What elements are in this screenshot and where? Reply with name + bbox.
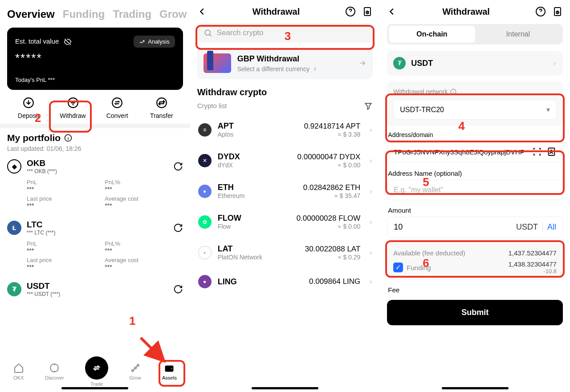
list-item[interactable]: ✿ FLOWFlow 0.00000028 FLOW≈ $ 0.00 ›	[194, 206, 377, 237]
refresh-icon[interactable]	[173, 162, 183, 171]
address-label: Address/domain	[388, 131, 562, 138]
withdraw-label: Withdraw	[60, 112, 86, 119]
back-icon[interactable]	[197, 7, 207, 16]
history-icon[interactable]	[362, 6, 373, 17]
usdt-icon: ₮	[7, 282, 21, 296]
address-input[interactable]: TPoGrJ5NVNFXny3Sqh8EJiQoyprapjDVHF	[387, 141, 563, 162]
funding-checkbox[interactable]: ✓	[393, 263, 403, 272]
gbp-withdrawal-banner[interactable]: GBP Withdrawal Select a different curren…	[197, 47, 373, 79]
addressbook-icon[interactable]	[546, 147, 556, 157]
portfolio-coin-ltc[interactable]: Ł LTC *** LTC (***) PnL*** PnL%*** Last …	[0, 214, 190, 275]
nav-grow[interactable]: Grow	[129, 363, 141, 380]
screen-withdraw-list: Withdrawal Search crypto GBP Withdrawal …	[190, 0, 380, 392]
avgcost-value: ***	[105, 263, 183, 271]
nav-assets-label: Assets	[162, 375, 177, 380]
tab-trading[interactable]: Trading	[113, 8, 151, 20]
coin-amount: 0.009864 LING	[309, 277, 360, 286]
seg-internal[interactable]: Internal	[475, 26, 561, 43]
amount-input[interactable]: 10 USDT All	[387, 217, 563, 238]
convert-button[interactable]: Convert	[95, 96, 139, 119]
back-icon[interactable]	[387, 7, 397, 16]
coin-symbol: ETH	[218, 183, 245, 192]
analysis-button[interactable]: Analysis	[134, 36, 175, 48]
submit-button[interactable]: Submit	[387, 300, 563, 325]
chevron-right-icon: ›	[554, 59, 556, 67]
last-updated: Last updated: 01/06, 18:26	[7, 145, 183, 152]
chevron-right-icon	[312, 66, 318, 72]
refresh-icon[interactable]	[173, 284, 183, 294]
available-value: 1,437.52304477	[509, 249, 557, 257]
network-label: Withdrawal network	[393, 88, 448, 95]
search-icon	[204, 28, 212, 37]
anno-num-2: 2	[35, 111, 41, 125]
amount-all-button[interactable]: All	[542, 222, 556, 232]
lastprice-value: ***	[27, 202, 105, 209]
coin-symbol: LING	[218, 277, 237, 287]
pnl-value: ***	[27, 247, 105, 254]
scan-icon[interactable]	[532, 147, 542, 157]
filter-icon[interactable]	[364, 102, 373, 111]
pnl-label: PnL	[27, 179, 105, 186]
deposit-button[interactable]: Deposit	[6, 96, 51, 119]
arrow-icon	[137, 334, 168, 365]
est-value-label: Est. total value	[15, 37, 59, 45]
coin-amount: 0.92418714 APT	[304, 122, 361, 131]
tab-grow[interactable]: Grow	[159, 8, 187, 20]
anno-num-5: 5	[423, 175, 429, 189]
screen-assets-overview: Overview Funding Trading Grow Est. total…	[0, 0, 190, 392]
coin-symbol: APT	[218, 121, 234, 131]
hide-value-icon[interactable]	[64, 38, 72, 46]
tab-funding[interactable]: Funding	[63, 8, 105, 20]
list-item[interactable]: ▫ LATPlatON Network 30.0022088 LAT≈ $ 0.…	[194, 237, 377, 268]
coin-symbol: LTC	[27, 220, 55, 230]
help-icon[interactable]	[535, 6, 546, 17]
refresh-icon[interactable]	[173, 223, 183, 233]
nav-assets[interactable]: Assets	[162, 363, 177, 380]
svg-point-7	[134, 367, 136, 369]
name-input[interactable]: E.g. "my wallet"	[387, 180, 563, 200]
portfolio-coin-okb[interactable]: ◆ OKB *** OKB (***) PnL*** PnL%*** Last …	[0, 152, 190, 214]
network-selector[interactable]: USDT-TRC20 ▾	[393, 100, 557, 120]
chevron-right-icon: ›	[370, 218, 372, 226]
quick-actions: Deposit Withdraw Convert Transfer	[0, 90, 190, 124]
arrow-right-icon	[358, 59, 366, 67]
seg-onchain[interactable]: On-chain	[389, 26, 475, 43]
coin-symbol: LAT	[218, 244, 262, 254]
coin-symbol: DYDX	[218, 152, 240, 162]
asset-selector[interactable]: ₮ USDT ›	[387, 51, 563, 76]
svg-point-2	[112, 98, 122, 108]
nav-discover[interactable]: Discover	[45, 363, 64, 380]
convert-icon	[110, 96, 124, 109]
list-item[interactable]: ≡ APTAptos 0.92418714 APT≈ $ 3.38 ›	[194, 114, 377, 145]
list-item[interactable]: ♦ ETHEthereum 0.02842862 ETH≈ $ 35.47 ›	[194, 176, 377, 206]
portfolio-coin-usdt[interactable]: ₮ USDT *** USDT (***)	[0, 275, 190, 302]
header: Withdrawal	[380, 0, 570, 21]
coin-amount: 0.02842862 ETH	[303, 183, 361, 192]
info-icon[interactable]	[64, 134, 72, 142]
nav-trade[interactable]: Trade	[85, 356, 108, 387]
history-icon[interactable]	[552, 6, 563, 17]
screen-withdraw-form: Withdrawal On-chain Internal ₮ USDT › Wi…	[380, 0, 570, 392]
nav-okx[interactable]: OKX	[13, 363, 24, 380]
tab-overview[interactable]: Overview	[7, 8, 55, 20]
coin-symbol: FLOW	[218, 214, 241, 223]
page-title: Withdrawal	[442, 7, 490, 17]
svg-point-14	[205, 30, 210, 35]
okb-icon: ◆	[7, 159, 21, 174]
svg-point-3	[157, 98, 167, 108]
transfer-button[interactable]: Transfer	[139, 96, 184, 119]
amount-label: Amount	[388, 206, 562, 214]
banner-subtitle: Select a different currency	[237, 65, 309, 73]
list-item[interactable]: ✕ DYDXdYdX 0.00000047 DYDX≈ $ 0.00 ›	[194, 145, 377, 176]
withdraw-button[interactable]: Withdraw	[51, 96, 95, 119]
analysis-label: Analysis	[148, 38, 169, 45]
est-value-card: Est. total value Analysis ***** Today's …	[7, 28, 183, 90]
amount-unit: USDT	[516, 222, 538, 232]
deposit-icon	[22, 96, 35, 109]
coin-approx: ≈ $ 0.29	[305, 254, 360, 261]
list-item[interactable]: ● LING 0.009864 LING ›	[194, 268, 377, 295]
address-value: TPoGrJ5NVNFXny3Sqh8EJiQoyprapjDVHF	[394, 147, 528, 157]
help-icon[interactable]	[345, 6, 356, 17]
pnlpct-label: PnL%	[105, 240, 183, 247]
info-icon[interactable]	[450, 89, 456, 95]
